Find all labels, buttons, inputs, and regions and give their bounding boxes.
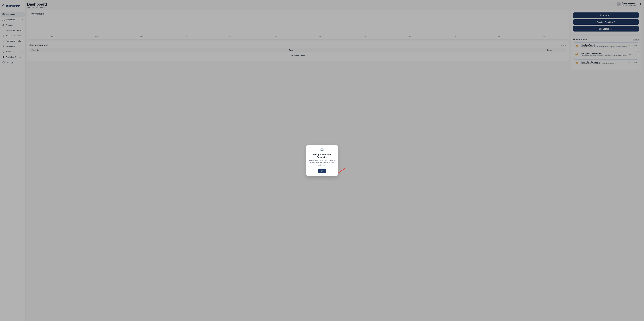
modal-title: Background Check Completed [309, 153, 335, 158]
alert-bubble-icon [320, 148, 324, 152]
modal-ok-button[interactable]: OK [318, 169, 326, 173]
modal-description: Prince Tenant's background check is comp… [309, 159, 335, 166]
annotation-arrow-icon [336, 167, 346, 175]
modal-dialog: Background Check Completed Prince Tenant… [306, 145, 338, 176]
svg-point-7 [322, 150, 322, 150]
